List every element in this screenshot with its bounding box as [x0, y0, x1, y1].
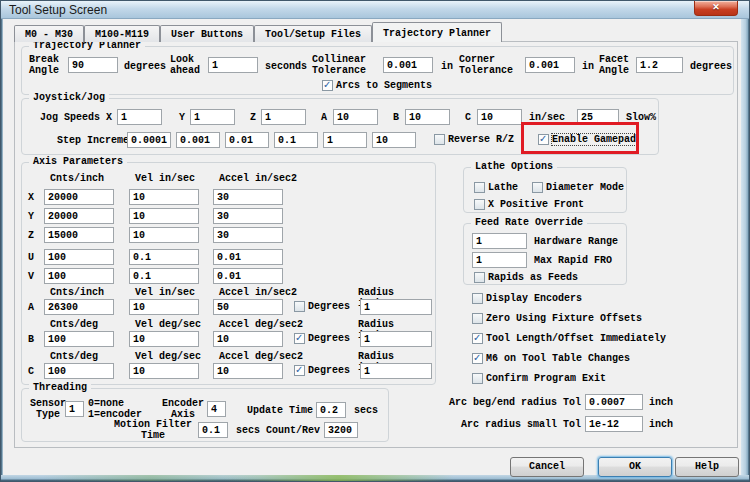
tab-tool-setup-files[interactable]: Tool/Setup Files	[254, 25, 372, 42]
tool-length-offset-immediately-checkbox[interactable]	[472, 333, 483, 344]
axis-z-vel-input[interactable]	[129, 227, 199, 243]
update-time-input[interactable]	[316, 402, 346, 418]
tab-trajectory-planner[interactable]: Trajectory Planner	[372, 22, 502, 42]
tab-user-buttons[interactable]: User Buttons	[160, 25, 254, 42]
axis-x-accel-input[interactable]	[213, 189, 283, 205]
axis-b-accel-input[interactable]	[213, 331, 283, 347]
axis-a-degrees-row: Degrees	[294, 300, 350, 313]
axis-b-header-accel: Accel deg/sec2	[219, 319, 303, 330]
axis-a-degrees-checkbox[interactable]	[294, 301, 305, 312]
arc-beg-end-radius-tol-input[interactable]	[585, 394, 643, 410]
enable-gamepad-checkbox[interactable]	[538, 134, 549, 145]
lathe-row: Lathe	[474, 181, 518, 194]
axis-y-cnts-input[interactable]	[44, 208, 114, 224]
axis-v-vel-input[interactable]	[129, 268, 199, 284]
cancel-button[interactable]: Cancel	[510, 457, 584, 477]
zero-using-fixture-offsets-row: Zero Using Fixture Offsets	[472, 312, 642, 325]
motion-filter-time-input[interactable]	[198, 422, 228, 438]
x-positive-front-checkbox[interactable]	[474, 199, 485, 210]
axis-y-accel-input[interactable]	[213, 208, 283, 224]
display-encoders-label: Display Encoders	[486, 293, 582, 304]
jog-speeds-label: Jog Speeds	[40, 112, 100, 123]
axis-c-cnts-input[interactable]	[44, 363, 114, 379]
step-increment-1-input[interactable]	[127, 132, 171, 148]
lathe-checkbox[interactable]	[474, 182, 485, 193]
titlebar[interactable]: Tool Setup Screen	[1, 1, 750, 19]
slow-percent-label: Slow%	[626, 112, 656, 123]
axis-parameters-group-title: Axis Parameters	[29, 156, 127, 167]
zero-using-fixture-offsets-checkbox[interactable]	[472, 313, 483, 324]
m6-on-tool-table-changes-checkbox[interactable]	[472, 353, 483, 364]
lathe-label: Lathe	[488, 182, 518, 193]
axis-x-cnts-input[interactable]	[44, 189, 114, 205]
jog-c-input[interactable]	[477, 109, 522, 125]
facet-angle-input[interactable]	[636, 57, 683, 73]
axis-z-cnts-input[interactable]	[44, 227, 114, 243]
help-button[interactable]: Help	[675, 457, 739, 477]
axis-u-letter: U	[28, 252, 34, 263]
jog-a-input[interactable]	[333, 109, 378, 125]
axis-a-accel-input[interactable]	[213, 299, 283, 315]
break-angle-input[interactable]	[68, 57, 118, 73]
axis-b-vel-input[interactable]	[129, 331, 199, 347]
axis-b-cnts-input[interactable]	[44, 331, 114, 347]
step-increment-2-input[interactable]	[176, 132, 220, 148]
axis-a-radius-input[interactable]	[360, 299, 432, 315]
jog-b-input[interactable]	[405, 109, 450, 125]
axis-x-vel-input[interactable]	[129, 189, 199, 205]
jog-y-input[interactable]	[190, 109, 235, 125]
slow-percent-input[interactable]	[577, 109, 619, 125]
window-frame-left	[1, 19, 3, 482]
jog-z-label: Z	[250, 112, 256, 123]
arc-radius-small-tol-unit: inch	[649, 419, 673, 430]
count-rev-input[interactable]	[324, 422, 358, 438]
step-increment-4-input[interactable]	[274, 132, 318, 148]
jog-x-input[interactable]	[117, 109, 162, 125]
step-increment-5-input[interactable]	[323, 132, 367, 148]
axis-c-degrees-row: Degrees	[294, 364, 350, 377]
jog-z-input[interactable]	[261, 109, 306, 125]
axis-a-vel-input[interactable]	[129, 299, 199, 315]
collinear-tolerance-input[interactable]	[383, 57, 433, 73]
rapids-as-feeds-checkbox[interactable]	[474, 272, 485, 283]
axis-v-cnts-input[interactable]	[44, 268, 114, 284]
display-encoders-checkbox[interactable]	[472, 293, 483, 304]
look-ahead-input[interactable]	[208, 57, 258, 73]
jog-a-label: A	[321, 112, 327, 123]
hardware-range-input[interactable]	[472, 233, 527, 249]
axis-u-cnts-input[interactable]	[44, 249, 114, 265]
corner-tolerance-input[interactable]	[525, 57, 575, 73]
sensor-type-input[interactable]	[65, 401, 84, 417]
step-increment-6-input[interactable]	[372, 132, 416, 148]
close-button[interactable]: ✕	[694, 1, 738, 16]
axis-a-cnts-input[interactable]	[44, 299, 114, 315]
tab-m100-m119[interactable]: M100-M119	[84, 25, 160, 42]
axis-b-degrees-checkbox[interactable]	[294, 333, 305, 344]
axis-u-accel-input[interactable]	[213, 249, 283, 265]
axis-c-vel-input[interactable]	[129, 363, 199, 379]
diameter-mode-checkbox[interactable]	[532, 182, 543, 193]
axis-b-header-vel: Vel deg/sec	[135, 319, 201, 330]
axis-v-accel-input[interactable]	[213, 268, 283, 284]
axis-y-vel-input[interactable]	[129, 208, 199, 224]
axis-c-radius-input[interactable]	[360, 363, 432, 379]
arc-radius-small-tol-input[interactable]	[585, 416, 643, 432]
ok-button[interactable]: OK	[598, 457, 672, 477]
axis-c-degrees-label: Degrees	[308, 365, 350, 376]
confirm-program-exit-checkbox[interactable]	[472, 373, 483, 384]
encoder-axis-input[interactable]	[207, 401, 226, 417]
hardware-range-label: Hardware Range	[534, 236, 618, 247]
axis-c-degrees-checkbox[interactable]	[294, 365, 305, 376]
tab-m0-m30[interactable]: M0 - M30	[14, 25, 84, 42]
axis-z-accel-input[interactable]	[213, 227, 283, 243]
break-angle-unit: degrees	[124, 61, 166, 72]
break-angle-label: Break Angle	[29, 54, 59, 76]
axis-u-vel-input[interactable]	[129, 249, 199, 265]
axis-c-accel-input[interactable]	[213, 363, 283, 379]
arcs-to-segments-checkbox[interactable]	[322, 80, 333, 91]
reverse-rz-checkbox[interactable]	[434, 134, 445, 145]
axis-b-radius-input[interactable]	[360, 331, 432, 347]
max-rapid-fro-input[interactable]	[472, 252, 527, 268]
step-increment-3-input[interactable]	[225, 132, 269, 148]
axis-a-degrees-label: Degrees	[308, 301, 350, 312]
